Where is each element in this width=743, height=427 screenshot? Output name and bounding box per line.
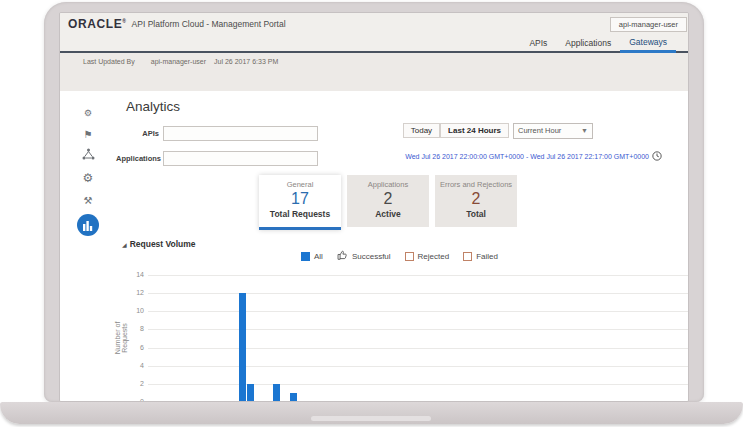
card-category: Applications: [347, 180, 429, 189]
chart-bar-3-16-pm[interactable]: [290, 393, 297, 402]
gridline: [148, 311, 689, 312]
flag-icon: ⚑: [84, 124, 93, 142]
sidebar: ⚙⚑⚙⚒: [60, 91, 116, 402]
clock-icon[interactable]: [652, 147, 662, 165]
gear-icon: ⚙: [83, 168, 94, 186]
sidebar-item-analytics[interactable]: [77, 214, 99, 236]
apis-filter-row: APIs: [116, 125, 318, 141]
applications-input[interactable]: [163, 151, 318, 166]
y-tick-label: 6: [118, 344, 144, 351]
content-panel: ⚙⚑⚙⚒ Analytics APIs Applications: [60, 91, 689, 402]
tools-icon: ⚒: [84, 190, 93, 208]
last-updated-user: api-manager-user: [151, 58, 206, 65]
chart-bar-3-11-pm[interactable]: [247, 384, 254, 402]
plot-area: [148, 275, 689, 402]
card-general[interactable]: General17Total Requests: [259, 175, 341, 230]
card-value: 17: [259, 190, 341, 208]
page-title: Analytics: [126, 99, 180, 114]
gridline: [148, 275, 689, 276]
card-category: Errors and Rejections: [435, 180, 517, 189]
y-tick-label: 4: [118, 362, 144, 369]
date-range-row: Wed Jul 26 2017 22:00:00 GMT+0000 - Wed …: [405, 147, 662, 165]
applications-filter-row: Applications: [116, 150, 318, 166]
interval-select-value: Current Hour: [518, 126, 561, 135]
apis-input[interactable]: [163, 126, 318, 141]
sidebar-item-services[interactable]: [82, 148, 95, 161]
trademark-symbol: ®: [122, 18, 126, 24]
chevron-down-icon: ▼: [581, 127, 588, 134]
gear-sparkle-icon: ⚙: [84, 102, 92, 120]
tab-applications[interactable]: Applications: [556, 36, 620, 51]
legend-label: All: [314, 252, 323, 261]
thumbs-up-icon: [337, 250, 348, 263]
page: ORACLE® API Platform Cloud - Management …: [0, 0, 743, 427]
card-metric: Total: [435, 209, 517, 219]
legend-filled-swatch: [301, 252, 310, 261]
card-value: 2: [435, 190, 517, 208]
legend-label: Rejected: [418, 252, 450, 261]
app-title: API Platform Cloud - Management Portal: [132, 19, 286, 29]
last-24-hours-button[interactable]: Last 24 Hours: [440, 123, 509, 138]
laptop-frame: ORACLE® API Platform Cloud - Management …: [44, 2, 704, 402]
last-updated-label: Last Updated By: [83, 58, 135, 65]
tab-gateways[interactable]: Gateways: [620, 35, 676, 53]
user-menu-button[interactable]: api-manager-user: [610, 17, 687, 32]
y-tick-label: 10: [118, 307, 144, 314]
chart-legend: AllSuccessfulRejectedFailed: [301, 250, 498, 263]
card-value: 2: [347, 190, 429, 208]
gridline: [148, 384, 689, 385]
card-errors-and-rejections[interactable]: Errors and Rejections2Total: [435, 175, 517, 227]
section-title: Request Volume: [130, 239, 196, 249]
date-range-text: Wed Jul 26 2017 22:00:00 GMT+0000 - Wed …: [405, 153, 649, 160]
card-applications[interactable]: Applications2Active: [347, 175, 429, 227]
time-range-controls: Today Last 24 Hours Current Hour ▼: [403, 122, 593, 139]
sidebar-item-plans[interactable]: ⚑: [84, 126, 93, 139]
screen: ORACLE® API Platform Cloud - Management …: [59, 12, 689, 402]
y-axis-title: Number of Requests: [114, 306, 128, 370]
legend-label: Failed: [476, 252, 498, 261]
y-tick-label: 8: [118, 325, 144, 332]
interval-select[interactable]: Current Hour ▼: [513, 123, 593, 139]
tab-bar: APIsApplicationsGateways: [60, 35, 688, 53]
sidebar-item-apis[interactable]: ⚙: [84, 104, 92, 117]
request-volume-chart: Number of Requests 024681012143:00 PM3:0…: [116, 267, 689, 402]
apis-field-label: APIs: [116, 129, 159, 138]
today-button[interactable]: Today: [403, 123, 440, 138]
y-tick-label: 14: [118, 271, 144, 278]
legend-item-all[interactable]: All: [301, 252, 323, 261]
network-icon: [82, 146, 95, 164]
sidebar-item-tools[interactable]: ⚒: [84, 192, 93, 205]
chart-bar-3-14-pm[interactable]: [273, 384, 280, 402]
chart-bar-3-10-pm[interactable]: [239, 293, 246, 402]
gridline: [148, 329, 689, 330]
bar-chart-icon: [77, 214, 99, 236]
legend-item-failed[interactable]: Failed: [463, 252, 498, 261]
laptop-base: [0, 402, 743, 424]
summary-cards: General17Total RequestsApplications2Acti…: [259, 175, 517, 230]
card-metric: Active: [347, 209, 429, 219]
filter-form: APIs Applications: [116, 125, 318, 175]
oracle-logo: ORACLE®: [68, 17, 127, 31]
gridline: [148, 348, 689, 349]
card-category: General: [259, 180, 341, 189]
y-tick-label: 2: [118, 380, 144, 387]
legend-label: Successful: [352, 252, 391, 261]
collapse-triangle-icon[interactable]: ◢: [122, 241, 127, 248]
main-content: Analytics APIs Applications Today: [116, 91, 689, 402]
legend-item-rejected[interactable]: Rejected: [405, 252, 450, 261]
gridline: [148, 366, 689, 367]
tab-apis[interactable]: APIs: [520, 36, 556, 51]
last-updated-time: Jul 26 2017 6:33 PM: [214, 58, 278, 65]
legend-item-successful[interactable]: Successful: [337, 250, 391, 263]
applications-field-label: Applications: [116, 154, 159, 163]
app-header: ORACLE® API Platform Cloud - Management …: [60, 13, 688, 35]
legend-outlined-swatch: [405, 252, 414, 261]
y-tick-label: 12: [118, 289, 144, 296]
legend-outlined-swatch: [463, 252, 472, 261]
request-volume-header: ◢ Request Volume: [122, 239, 196, 249]
sidebar-item-settings[interactable]: ⚙: [83, 170, 94, 183]
status-bar: Last Updated By api-manager-user Jul 26 …: [60, 53, 688, 69]
card-metric: Total Requests: [259, 209, 341, 219]
gridline: [148, 293, 689, 294]
